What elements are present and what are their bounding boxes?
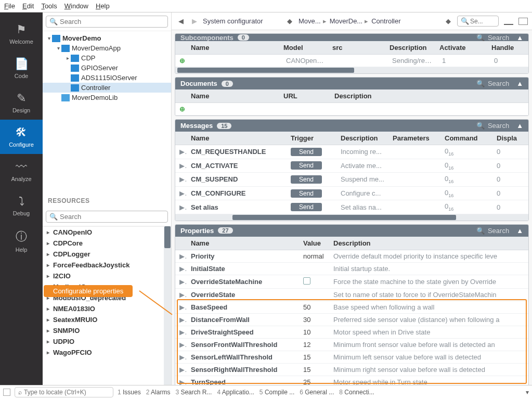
collapse-icon[interactable]: ▲ (516, 227, 523, 235)
resources-search-input[interactable] (60, 213, 164, 221)
send-button[interactable]: Send (291, 203, 322, 211)
panel-header-properties[interactable]: Properties27🔍Search▲ (175, 225, 528, 237)
chevron-right-icon[interactable]: ▸ (47, 328, 53, 333)
send-button[interactable]: Send (291, 175, 322, 184)
resource-item[interactable]: ▸ForceFeedbackJoystick (43, 260, 164, 271)
resource-item[interactable]: ▸UDPIO (43, 336, 164, 347)
minimize-button[interactable] (504, 18, 513, 25)
status-tab[interactable]: 4 Applicatio... (217, 389, 254, 396)
add-icon[interactable]: ⊕ (175, 55, 189, 67)
crumb-seg2[interactable]: MoverDe... ▸ (330, 17, 369, 25)
resource-item[interactable]: ▸WagoPFCIO (43, 347, 164, 358)
property-row[interactable]: ▶DistanceFromWall30Preferred side sensor… (175, 314, 528, 326)
tree-item-controller[interactable]: Controller (43, 83, 171, 93)
panel-search-placeholder[interactable]: Search (488, 122, 509, 130)
search-icon[interactable]: 🔍 (476, 227, 485, 235)
page-search-input[interactable] (470, 18, 495, 25)
checkbox[interactable] (303, 277, 310, 285)
property-row[interactable]: ▶SensorFrontWallThreshold12Minimum front… (175, 339, 528, 351)
locator[interactable]: ⌕ (15, 387, 113, 397)
dropdown-icon[interactable]: ◆ (284, 17, 295, 25)
collapse-icon[interactable]: ▲ (516, 34, 523, 41)
resource-item[interactable]: ▸SeatexMRUIO (43, 314, 164, 325)
nav-fwd[interactable]: ▶ (189, 17, 200, 25)
locator-input[interactable] (24, 389, 110, 396)
project-tree[interactable]: ▾MoverDemo▾MoverDemoApp▸CDPGPIOServerADS… (43, 31, 171, 194)
table-row[interactable]: ▶CM_REQUESTHANDLESendIncoming re...0160 (175, 145, 528, 159)
resource-item[interactable]: ▸I2CIO (43, 271, 164, 281)
menu-tools[interactable]: Tools (41, 2, 57, 10)
status-tab[interactable]: 3 Search R... (175, 389, 212, 396)
send-button[interactable]: Send (291, 148, 322, 156)
add-icon[interactable]: ⊕ (175, 103, 189, 115)
tree-item-gpioserver[interactable]: GPIOServer (43, 63, 171, 73)
status-tab[interactable]: 2 Alarms (146, 389, 171, 396)
nav-back[interactable]: ◀ (176, 17, 186, 25)
nav-welcome[interactable]: ⚑Welcome (0, 17, 43, 51)
table-row[interactable]: ▶Set aliasSendSet alias na...0160 (175, 200, 528, 214)
panel-search-placeholder[interactable]: Search (488, 227, 509, 235)
collapse-icon[interactable]: ▲ (516, 122, 523, 130)
property-row[interactable]: ▶DriveStraightSpeed10Motor speed when in… (175, 326, 528, 339)
dropdown-icon[interactable]: ◆ (443, 17, 454, 25)
menu-edit[interactable]: Edit (22, 2, 34, 10)
tree-item-moverdemolib[interactable]: MoverDemoLib (43, 93, 171, 102)
chevron-right-icon[interactable]: ▸ (47, 350, 53, 355)
resource-item[interactable]: ▸SNMPIO (43, 325, 164, 336)
resource-item[interactable]: ▸CDPCore (43, 238, 164, 249)
play-icon[interactable]: ▶ (175, 364, 187, 376)
collapse-icon[interactable]: ▲ (516, 80, 523, 87)
search-icon[interactable]: 🔍 (476, 34, 485, 41)
play-icon[interactable]: ▶ (175, 146, 187, 158)
tree-item-ads1115ioserver[interactable]: ADS1115IOServer (43, 73, 171, 83)
property-row[interactable]: ▶OverrideStateSet to name of state to fo… (175, 289, 528, 301)
play-icon[interactable]: ▶ (175, 376, 187, 385)
play-icon[interactable]: ▶ (175, 263, 187, 275)
tree-item-moverdemoapp[interactable]: ▾MoverDemoApp (43, 43, 171, 53)
property-row[interactable]: ▶OverrideStateMachineForce the state mac… (175, 275, 528, 289)
play-icon[interactable]: ▶ (175, 276, 187, 288)
play-icon[interactable]: ▶ (175, 301, 187, 313)
menu-window[interactable]: Window (64, 2, 88, 10)
status-close-icon[interactable]: ▾ (526, 389, 529, 396)
nav-code[interactable]: 📄Code (0, 51, 43, 85)
table-row[interactable]: ▶CM_SUSPENDSendSuspend me...0160 (175, 173, 528, 187)
tree-caret-icon[interactable]: ▾ (55, 45, 61, 51)
tree-item-cdp[interactable]: ▸CDP (43, 53, 171, 63)
chevron-right-icon[interactable]: ▸ (47, 306, 53, 312)
table-row[interactable]: ⊕ (175, 103, 528, 115)
play-icon[interactable]: ▶ (175, 351, 187, 363)
property-row[interactable]: ▶BaseSpeed50Base speed when following a … (175, 301, 528, 314)
chevron-right-icon[interactable]: ▸ (47, 339, 53, 344)
chevron-right-icon[interactable]: ▸ (47, 273, 53, 279)
play-icon[interactable]: ▶ (175, 160, 187, 172)
status-tab[interactable]: 1 Issues (118, 389, 141, 396)
nav-help[interactable]: ⓘHelp (0, 223, 43, 259)
status-tab[interactable]: 8 Connecti... (339, 389, 374, 396)
h-scrollbar[interactable] (175, 67, 528, 73)
crumb-seg3[interactable]: Controller (371, 17, 400, 25)
panel-header-subcomponents[interactable]: Subcomponents0🔍Search▲ (175, 34, 528, 41)
chevron-right-icon[interactable]: ▸ (47, 251, 53, 257)
crumb-seg1[interactable]: Move... ▸ (299, 17, 327, 25)
resources-list[interactable]: ▸CANOpenIO▸CDPCore▸CDPLogger▸ForceFeedba… (43, 226, 164, 385)
panel-search-placeholder[interactable]: Search (488, 34, 509, 41)
panel-search-placeholder[interactable]: Search (488, 80, 509, 87)
resource-item[interactable]: ▸CDPLogger (43, 249, 164, 260)
property-row[interactable]: ▶TurnSpeed25Motor speed while in Turn st… (175, 376, 528, 385)
project-search[interactable]: 🔍 (46, 16, 168, 28)
resource-item[interactable]: ▸CANOpenIO (43, 227, 164, 238)
nav-debug[interactable]: ⤵Debug (0, 188, 43, 223)
nav-design[interactable]: ✎Design (0, 85, 43, 120)
nav-analyze[interactable]: 〰Analyze (0, 154, 43, 188)
status-tab[interactable]: 6 General ... (300, 389, 334, 396)
menu-help[interactable]: Help (96, 2, 110, 10)
resources-search[interactable]: 🔍 (46, 211, 168, 223)
search-icon[interactable]: 🔍 (476, 122, 485, 130)
send-button[interactable]: Send (291, 189, 322, 198)
status-tab[interactable]: 5 Compile ... (259, 389, 294, 396)
nav-configure[interactable]: 🛠Configure (0, 120, 43, 154)
property-row[interactable]: ▶SensorRightWallThreshold15Minimum right… (175, 364, 528, 376)
table-row[interactable]: ▶CM_CONFIGURESendConfigure c...0160 (175, 187, 528, 201)
status-square-icon[interactable] (3, 389, 10, 396)
